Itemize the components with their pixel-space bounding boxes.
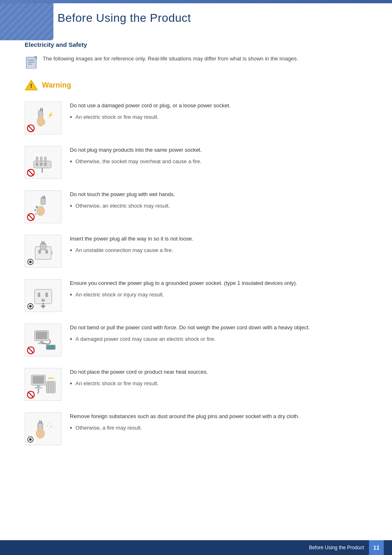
item-text-4: Insert the power plug all the way in so … [70, 235, 367, 254]
svg-text:⚡: ⚡ [47, 111, 54, 118]
svg-point-89 [49, 423, 50, 423]
svg-rect-52 [45, 292, 48, 297]
svg-rect-72 [37, 385, 40, 387]
top-bar [0, 0, 392, 3]
svg-rect-81 [39, 420, 40, 423]
page-title-area: Before Using the Product [58, 3, 392, 33]
warning-item: Do not touch the power plug with wet han… [25, 190, 367, 223]
item-icon-3 [25, 190, 62, 223]
item-text-2: Do not plug many products into the same … [70, 146, 367, 165]
svg-point-38 [35, 213, 37, 215]
svg-rect-20 [40, 162, 42, 166]
svg-line-27 [28, 170, 33, 175]
item-icon-7 [25, 368, 62, 401]
warning-item: Ensure you connect the power plug to a g… [25, 279, 367, 312]
svg-point-90 [48, 428, 49, 429]
warning-item: Do not place the power cord or product n… [25, 368, 367, 401]
section-heading: Electricity and Safety [25, 41, 367, 48]
svg-rect-3 [28, 64, 32, 65]
svg-rect-13 [42, 119, 43, 124]
svg-text:↓: ↓ [51, 248, 53, 255]
warning-triangle-icon: ! [25, 79, 38, 92]
prohibited-icon-1 [27, 124, 35, 132]
warning-item: Do not plug many products into the same … [25, 146, 367, 179]
svg-line-79 [28, 392, 33, 397]
svg-point-49 [29, 261, 32, 263]
item-icon-5 [25, 279, 62, 312]
footer: Before Using the Product 11 [0, 540, 392, 555]
svg-rect-33 [39, 208, 41, 213]
prohibited-icon-6 [27, 346, 35, 354]
svg-rect-43 [45, 250, 48, 253]
dot-icon-8 [27, 436, 34, 443]
warning-item: ↓ Insert the power plug all the way in s… [25, 235, 367, 268]
item-text-3: Do not touch the power plug with wet han… [70, 190, 367, 210]
svg-rect-82 [41, 420, 42, 423]
warning-item: Do not bend or pull the power cord with … [25, 324, 367, 356]
main-content: Electricity and Safety The following ima… [0, 33, 392, 481]
svg-rect-12 [39, 119, 41, 125]
svg-rect-35 [43, 209, 45, 213]
item-icon-2 [25, 146, 62, 179]
item-text-8: Remove foreign substances such as dust a… [70, 412, 367, 432]
item-text-7: Do not place the power cord or product n… [70, 368, 367, 387]
svg-rect-46 [44, 241, 44, 244]
dot-icon-5 [27, 303, 34, 310]
svg-rect-85 [39, 431, 41, 436]
svg-rect-23 [40, 157, 42, 162]
svg-point-37 [35, 209, 36, 211]
dot-icon-4 [27, 258, 34, 266]
svg-rect-29 [42, 196, 43, 199]
item-icon-1: ⚡ [25, 102, 62, 134]
prohibited-icon-2 [27, 169, 35, 177]
item-icon-4: ↓ [25, 235, 62, 268]
svg-rect-87 [43, 432, 44, 436]
svg-rect-50 [35, 289, 52, 303]
svg-point-59 [29, 305, 32, 308]
svg-rect-86 [41, 431, 43, 436]
svg-point-88 [47, 425, 48, 426]
footer-text: Before Using the Product [309, 545, 364, 550]
item-icon-6 [25, 324, 62, 356]
svg-rect-0 [26, 57, 36, 69]
svg-rect-8 [40, 108, 41, 111]
svg-rect-61 [36, 331, 47, 339]
svg-rect-42 [38, 250, 41, 253]
svg-rect-22 [36, 157, 38, 162]
note-icon [25, 56, 38, 69]
svg-text:!: ! [30, 83, 32, 89]
svg-rect-44 [40, 243, 46, 250]
svg-point-36 [36, 206, 38, 208]
svg-rect-34 [41, 208, 43, 213]
svg-line-17 [28, 125, 33, 131]
svg-rect-32 [37, 209, 39, 213]
note-block: The following images are for reference o… [25, 55, 367, 69]
svg-point-93 [29, 438, 32, 441]
note-text: The following images are for reference o… [43, 55, 298, 63]
item-icon-8 [25, 412, 62, 445]
item-text-1: Do not use a damaged power cord or plug,… [70, 102, 367, 121]
svg-rect-2 [28, 62, 35, 62]
svg-rect-14 [44, 120, 45, 125]
svg-rect-71 [32, 376, 44, 384]
warning-label: Warning [42, 81, 71, 90]
prohibited-icon-3 [27, 213, 35, 221]
svg-rect-53 [42, 299, 45, 301]
footer-page-number: 11 [369, 540, 384, 555]
warning-heading: ! Warning [25, 79, 367, 92]
svg-rect-19 [36, 162, 38, 166]
item-text-6: Do not bend or pull the power cord with … [70, 324, 367, 343]
warning-item: ⚡ Do not use a damaged power cord or plu… [25, 102, 367, 134]
svg-rect-24 [44, 157, 46, 162]
prohibited-icon-7 [27, 391, 35, 399]
item-text-5: Ensure you connect the power plug to a g… [70, 279, 367, 298]
svg-line-69 [28, 347, 33, 353]
svg-rect-9 [42, 108, 43, 111]
svg-rect-62 [40, 341, 43, 343]
svg-rect-45 [42, 241, 42, 244]
svg-rect-30 [44, 196, 45, 199]
svg-rect-84 [37, 432, 39, 436]
svg-rect-11 [38, 120, 39, 125]
warning-item: Remove foreign substances such as dust a… [25, 412, 367, 445]
svg-rect-1 [28, 60, 35, 60]
